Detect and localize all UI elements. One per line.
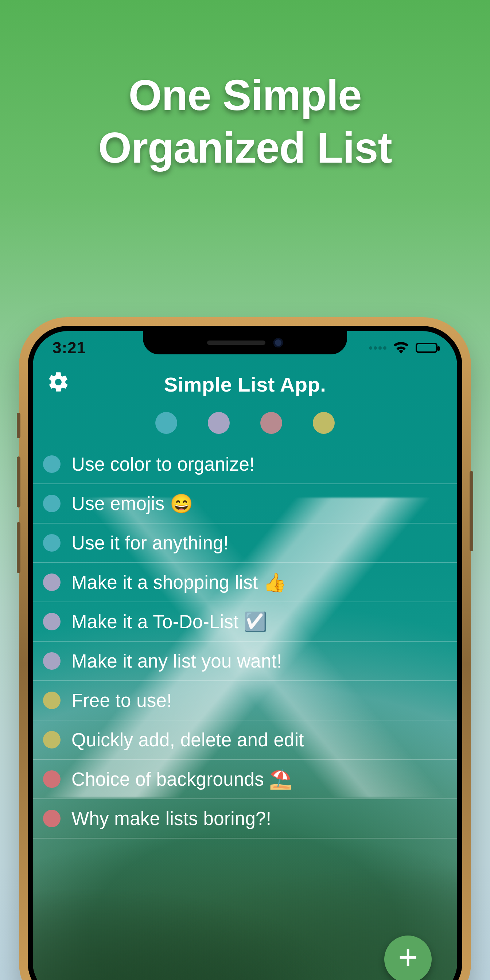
list-item-color-dot bbox=[43, 770, 60, 788]
list-item-text: Free to use! bbox=[72, 690, 172, 711]
speaker-grille bbox=[207, 340, 266, 345]
list-item-color-dot bbox=[43, 573, 60, 591]
list-item[interactable]: Choice of backgrounds ⛱️ bbox=[33, 760, 457, 799]
promo-line-1: One Simple bbox=[0, 69, 490, 122]
list-item-text: Make it a shopping list 👍 bbox=[72, 572, 286, 593]
promo-headline: One Simple Organized List bbox=[0, 69, 490, 174]
list-item-text: Use color to organize! bbox=[72, 453, 255, 475]
list-item-text: Choice of backgrounds ⛱️ bbox=[72, 768, 293, 790]
list-item-color-dot bbox=[43, 810, 60, 827]
list-item-text: Quickly add, delete and edit bbox=[72, 729, 304, 751]
promo-line-2: Organized List bbox=[0, 122, 490, 174]
list-item-color-dot bbox=[43, 613, 60, 630]
list-item[interactable]: Make it a To-Do-List ☑️ bbox=[33, 602, 457, 642]
status-dots-icon bbox=[368, 345, 387, 351]
app-title: Simple List App. bbox=[164, 372, 326, 396]
list-item-color-dot bbox=[43, 495, 60, 512]
color-filter-teal[interactable] bbox=[155, 412, 177, 434]
list-item[interactable]: Make it a shopping list 👍 bbox=[33, 563, 457, 602]
list-item[interactable]: Free to use! bbox=[33, 681, 457, 721]
color-filter-row bbox=[33, 404, 457, 445]
settings-button[interactable] bbox=[45, 370, 72, 396]
list-item-color-dot bbox=[43, 652, 60, 670]
color-filter-lav[interactable] bbox=[208, 412, 230, 434]
power-button bbox=[469, 471, 473, 551]
color-filter-mauve[interactable] bbox=[260, 412, 282, 434]
phone-frame: 3:21 Simple List App. Use c bbox=[20, 318, 470, 980]
gear-icon bbox=[47, 371, 70, 395]
list-item-color-dot bbox=[43, 692, 60, 709]
list-item[interactable]: Why make lists boring?! bbox=[33, 799, 457, 838]
list-item-text: Use it for anything! bbox=[72, 532, 229, 554]
status-time: 3:21 bbox=[52, 339, 86, 357]
plus-icon: + bbox=[398, 940, 418, 974]
list-item-color-dot bbox=[43, 455, 60, 473]
list-item-color-dot bbox=[43, 731, 60, 748]
list-item-text: Make it a To-Do-List ☑️ bbox=[72, 611, 267, 633]
mute-switch bbox=[17, 413, 21, 438]
color-filter-olive[interactable] bbox=[313, 412, 335, 434]
list-item[interactable]: Use color to organize! bbox=[33, 445, 457, 484]
phone-screen: 3:21 Simple List App. Use c bbox=[33, 331, 457, 980]
volume-up-button bbox=[17, 457, 21, 508]
notch bbox=[143, 331, 347, 355]
list-item[interactable]: Quickly add, delete and edit bbox=[33, 721, 457, 760]
status-right bbox=[368, 342, 438, 354]
battery-icon bbox=[415, 343, 438, 353]
list-item-text: Use emojis 😄 bbox=[72, 493, 193, 514]
add-button[interactable]: + bbox=[384, 935, 432, 980]
list-item-color-dot bbox=[43, 534, 60, 552]
volume-down-button bbox=[17, 522, 21, 573]
list-item[interactable]: Make it any list you want! bbox=[33, 642, 457, 681]
front-camera bbox=[274, 338, 283, 347]
list: Use color to organize!Use emojis 😄Use it… bbox=[33, 445, 457, 838]
list-item-text: Why make lists boring?! bbox=[72, 808, 271, 829]
list-item[interactable]: Use it for anything! bbox=[33, 523, 457, 563]
list-item[interactable]: Use emojis 😄 bbox=[33, 484, 457, 523]
wifi-icon bbox=[393, 342, 409, 354]
phone-bezel: 3:21 Simple List App. Use c bbox=[28, 326, 462, 980]
app-header: Simple List App. bbox=[33, 364, 457, 404]
list-item-text: Make it any list you want! bbox=[72, 651, 282, 672]
